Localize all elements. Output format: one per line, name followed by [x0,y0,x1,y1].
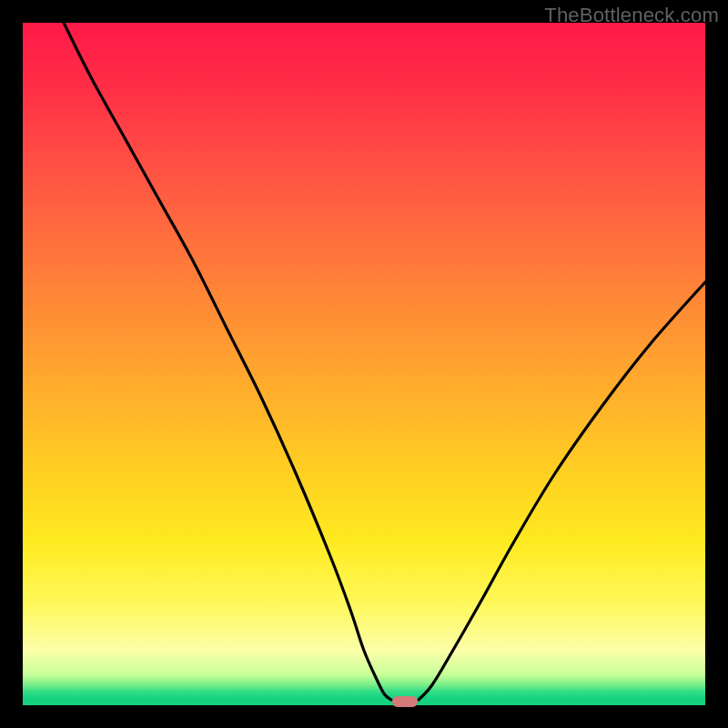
plot-area [23,23,705,705]
curve-right-branch [419,282,705,700]
bottleneck-curve [23,23,705,705]
curve-left-branch [64,23,391,700]
chart-frame: TheBottleneck.com [0,0,728,728]
minimum-marker [392,696,418,707]
watermark-label: TheBottleneck.com [544,4,719,27]
